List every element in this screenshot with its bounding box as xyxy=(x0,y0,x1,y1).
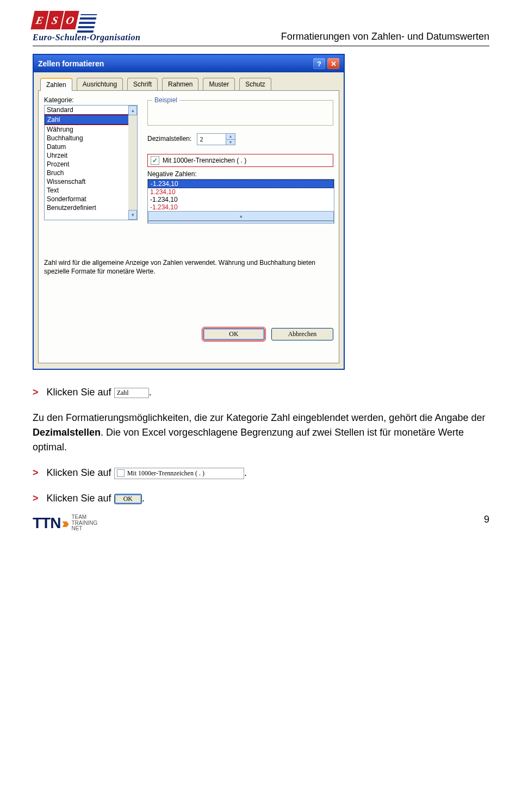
kategorie-listbox[interactable]: Standard Zahl Währung Buchhaltung Datum … xyxy=(44,105,138,220)
ttn-text: TEAM TRAINING NET xyxy=(71,515,97,532)
bullet-icon: > xyxy=(33,493,39,504)
instructions: > Klicken Sie auf Zahl. Zu den Formatier… xyxy=(33,385,489,506)
list-item[interactable]: Wissenschaft xyxy=(45,177,137,186)
close-icon[interactable]: ✕ xyxy=(327,58,339,69)
bullet-icon: > xyxy=(33,387,39,398)
instr-bold: Dezimalstellen xyxy=(33,427,101,438)
format-cells-dialog: Zellen formatieren ? ✕ Zahlen Ausrichtun… xyxy=(33,54,345,370)
tab-ausrichtung[interactable]: Ausrichtung xyxy=(77,78,123,91)
dezimal-label: Dezimalstellen: xyxy=(147,135,191,142)
spin-up-icon[interactable]: ▴ xyxy=(226,134,235,139)
ok-button[interactable]: OK xyxy=(203,328,265,340)
instr-text: Zu den Formatierungsmöglichkeiten, die z… xyxy=(33,412,486,423)
scrollbar[interactable]: ▴ ▾ xyxy=(148,211,334,224)
list-item[interactable]: Zahl xyxy=(45,115,137,125)
list-item[interactable]: -1.234,10 xyxy=(148,203,334,211)
tab-schrift[interactable]: Schrift xyxy=(127,78,158,91)
list-item[interactable]: Standard xyxy=(45,106,137,115)
list-item[interactable]: Datum xyxy=(45,142,137,151)
beispiel-legend: Beispiel xyxy=(152,96,179,104)
tab-panel-zahlen: Kategorie: Standard Zahl Währung Buchhal… xyxy=(38,90,339,363)
scroll-down-icon[interactable]: ▾ xyxy=(148,221,334,224)
scroll-down-icon[interactable]: ▾ xyxy=(128,210,137,220)
negative-listbox[interactable]: -1.234,10 1.234,10 -1.234,10 -1.234,10 ▴… xyxy=(147,179,334,224)
instr-text: . xyxy=(244,467,247,478)
negative-label: Negative Zahlen: xyxy=(147,170,333,178)
tab-zahlen[interactable]: Zahlen xyxy=(40,78,72,91)
instr-text: Klicken Sie auf xyxy=(47,387,111,398)
scrollbar[interactable]: ▴ ▾ xyxy=(128,106,137,220)
kategorie-label: Kategorie: xyxy=(44,96,138,104)
beispiel-groupbox: Beispiel xyxy=(147,96,333,126)
list-item[interactable]: Währung xyxy=(45,125,137,134)
tabstrip: Zahlen Ausrichtung Schrift Rahmen Muster… xyxy=(38,78,339,91)
list-item[interactable]: -1.234,10 xyxy=(148,179,334,188)
page-number: 9 xyxy=(484,514,489,525)
tab-schutz[interactable]: Schutz xyxy=(239,78,271,91)
inline-zahl-image: Zahl xyxy=(114,388,149,398)
instr-text: . xyxy=(142,493,145,504)
instr-text: Klicken Sie auf xyxy=(47,493,111,504)
scroll-up-icon[interactable]: ▴ xyxy=(128,106,137,115)
brand-name: Euro-Schulen-Organisation xyxy=(33,33,140,42)
list-item[interactable]: Prozent xyxy=(45,160,137,169)
scroll-up-icon[interactable]: ▴ xyxy=(148,211,334,221)
dezimal-input[interactable] xyxy=(197,134,226,145)
logo-stripes-icon xyxy=(77,14,97,33)
list-item[interactable]: Buchhaltung xyxy=(45,134,137,142)
list-item[interactable]: -1.234,10 xyxy=(148,196,334,203)
tab-muster[interactable]: Muster xyxy=(203,78,235,91)
instr-text: . xyxy=(149,387,152,398)
dialog-title: Zellen formatieren xyxy=(38,59,104,68)
thousands-separator-label: Mit 1000er-Trennzeichen ( . ) xyxy=(163,157,246,164)
bullet-icon: > xyxy=(33,467,39,478)
checkbox-icon xyxy=(117,469,125,477)
list-item[interactable]: 1.234,10 xyxy=(148,188,334,196)
page-header: E S O Euro-Schulen-Organisation Formatie… xyxy=(33,11,489,46)
inline-checkbox-label: Mit 1000er-Trennzeichen ( . ) xyxy=(127,469,204,478)
document-title: Formatierungen von Zahlen- und Datumswer… xyxy=(281,31,489,42)
cancel-button[interactable]: Abbrechen xyxy=(271,328,333,340)
dialog-titlebar[interactable]: Zellen formatieren ? ✕ xyxy=(34,55,344,72)
spin-down-icon[interactable]: ▾ xyxy=(226,139,235,145)
tab-rahmen[interactable]: Rahmen xyxy=(162,78,198,91)
help-icon[interactable]: ? xyxy=(313,58,325,69)
instr-text: Klicken Sie auf xyxy=(47,467,111,478)
inline-checkbox-image: Mit 1000er-Trennzeichen ( . ) xyxy=(114,468,244,479)
footer-logo: TTN››› TEAM TRAINING NET xyxy=(33,515,97,532)
list-item[interactable]: Text xyxy=(45,186,137,195)
list-item[interactable]: Sonderformat xyxy=(45,195,137,203)
list-item[interactable]: Bruch xyxy=(45,169,137,177)
list-item[interactable]: Uhrzeit xyxy=(45,151,137,160)
list-item[interactable]: Benutzerdefiniert xyxy=(45,203,137,212)
thousands-separator-row[interactable]: ✓ Mit 1000er-Trennzeichen ( . ) xyxy=(147,154,333,167)
logo-letter: O xyxy=(61,11,79,29)
inline-ok-button-image: OK xyxy=(114,494,142,504)
dezimalstellen-stepper[interactable]: ▴ ▾ xyxy=(197,133,235,145)
format-description: Zahl wird für die allgemeine Anzeige von… xyxy=(44,258,333,276)
brand-logo: E S O Euro-Schulen-Organisation xyxy=(33,11,140,42)
ttn-mark-icon: TTN››› xyxy=(33,515,66,532)
thousands-separator-checkbox[interactable]: ✓ xyxy=(151,156,159,165)
